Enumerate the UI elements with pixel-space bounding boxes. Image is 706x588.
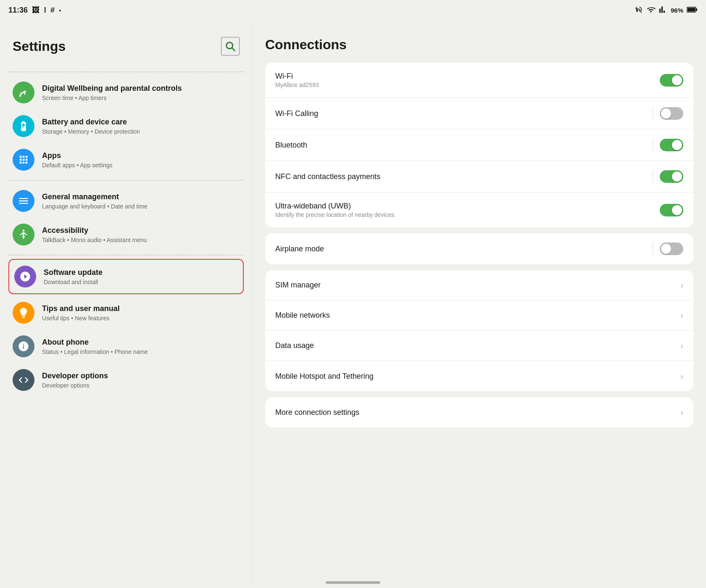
sidebar-item-battery[interactable]: Battery and device care Storage • Memory… [0,109,252,143]
apps-icon-circle [13,149,34,171]
mobile-hotspot-title: Mobile Hotspot and Tethering [275,372,680,381]
connections-title: Connections [265,29,693,63]
nfc-item[interactable]: NFC and contactless payments [265,161,693,192]
general-management-title: General management [42,192,240,202]
general-management-subtitle: Language and keyboard • Date and time [42,203,240,210]
airplane-toggle[interactable] [660,243,683,255]
tips-subtitle: Useful tips • New features [42,315,240,322]
wifi-calling-toggle[interactable] [660,107,683,120]
sidebar-item-digital-wellbeing[interactable]: Digital Wellbeing and parental controls … [0,76,252,109]
wifi-calling-item[interactable]: Wi-Fi Calling [265,98,693,129]
accessibility-title: Accessibility [42,226,240,235]
general-management-icon [13,190,34,212]
accessibility-text: Accessibility TalkBack • Mono audio • As… [42,226,240,243]
status-bar: 11:36 🖼 ⁞ # ● 96% [0,0,706,20]
developer-text: Developer options Developer options [42,371,240,388]
data-usage-title: Data usage [275,341,680,350]
wifi-calling-toggle-area [653,107,683,120]
software-update-icon [14,266,36,287]
connection-group-2: Airplane mode [265,233,693,264]
data-usage-text: Data usage [275,341,680,350]
sidebar-item-accessibility[interactable]: Accessibility TalkBack • Mono audio • As… [0,218,252,251]
wifi-calling-toggle-knob [661,108,671,119]
bluetooth-text: Bluetooth [275,141,653,150]
left-panel: Settings Digital Wellbeing and parental … [0,20,252,588]
bluetooth-toggle[interactable] [660,139,683,151]
mobile-networks-text: Mobile networks [275,311,680,320]
about-phone-icon [13,335,34,357]
connection-group-4: More connection settings › [265,397,693,427]
more-connection-title: More connection settings [275,408,680,417]
photo-icon: 🖼 [32,6,40,15]
connection-group-1: Wi-Fi MyAltice ad2593 Wi-Fi Calling [265,63,693,227]
bluetooth-divider [653,139,653,151]
wifi-item[interactable]: Wi-Fi MyAltice ad2593 [265,63,693,98]
uwb-toggle-area [660,204,683,216]
sidebar-item-about-phone[interactable]: About phone Status • Legal information •… [0,330,252,363]
bluetooth-item[interactable]: Bluetooth [265,129,693,161]
dot-icon: ● [59,8,61,13]
wifi-title: Wi-Fi [275,72,660,81]
time-display: 11:36 [8,6,28,15]
developer-title: Developer options [42,371,240,381]
search-button[interactable] [221,37,240,55]
uwb-item[interactable]: Ultra-wideband (UWB) Identify the precis… [265,192,693,227]
sim-manager-item[interactable]: SIM manager › [265,270,693,301]
airplane-item[interactable]: Airplane mode [265,233,693,264]
digital-wellbeing-icon [13,82,34,103]
nfc-toggle-area [653,170,683,183]
uwb-toggle-knob [672,205,682,215]
bluetooth-title: Bluetooth [275,141,653,150]
about-phone-subtitle: Status • Legal information • Phone name [42,348,240,355]
status-bar-right: 96% [635,5,698,15]
right-panel: Connections Wi-Fi MyAltice ad2593 Wi-Fi … [253,20,706,588]
mobile-networks-chevron: › [680,311,683,320]
wifi-calling-title: Wi-Fi Calling [275,109,653,118]
mobile-networks-item[interactable]: Mobile networks › [265,301,693,331]
nfc-toggle-knob [672,171,682,182]
sidebar-item-developer[interactable]: Developer options Developer options [0,363,252,397]
about-phone-text: About phone Status • Legal information •… [42,338,240,355]
wifi-toggle-area [660,74,683,87]
separator-1 [8,71,244,72]
more-connection-item[interactable]: More connection settings › [265,397,693,427]
accessibility-subtitle: TalkBack • Mono audio • Assistant menu [42,237,240,243]
nfc-divider [653,170,653,183]
sidebar-item-general-management[interactable]: General management Language and keyboard… [0,184,252,218]
sidebar-item-software-update[interactable]: Software update Download and install [8,259,244,294]
nfc-toggle[interactable] [660,170,683,183]
svg-point-5 [23,229,25,232]
scroll-indicator [326,581,380,584]
bluetooth-toggle-area [653,139,683,151]
airplane-text: Airplane mode [275,245,653,253]
sidebar-item-tips[interactable]: Tips and user manual Useful tips • New f… [0,296,252,330]
connection-group-3: SIM manager › Mobile networks › Data usa… [265,270,693,391]
apps-title: Apps [42,151,240,161]
mobile-hotspot-item[interactable]: Mobile Hotspot and Tethering › [265,361,693,391]
mobile-networks-title: Mobile networks [275,311,680,320]
wifi-toggle-knob [672,75,682,85]
wifi-calling-divider [653,107,653,120]
uwb-toggle[interactable] [660,204,683,216]
more-connection-text: More connection settings [275,408,680,417]
svg-rect-2 [688,8,695,11]
mobile-hotspot-text: Mobile Hotspot and Tethering [275,372,680,381]
main-container: Settings Digital Wellbeing and parental … [0,20,706,588]
battery-icon-circle [13,115,34,137]
nfc-text: NFC and contactless payments [275,172,653,181]
nfc-title: NFC and contactless payments [275,172,653,181]
apps-subtitle: Default apps • App settings [42,162,240,169]
data-usage-chevron: › [680,341,683,351]
svg-rect-1 [696,8,697,11]
airplane-divider [653,243,653,255]
digital-wellbeing-text: Digital Wellbeing and parental controls … [42,84,240,101]
sidebar-item-apps[interactable]: Apps Default apps • App settings [0,143,252,177]
developer-subtitle: Developer options [42,382,240,389]
separator-2 [8,180,244,181]
apps-text: Apps Default apps • App settings [42,151,240,168]
sim-manager-chevron: › [680,280,683,290]
wifi-toggle[interactable] [660,74,683,87]
data-usage-item[interactable]: Data usage › [265,331,693,361]
signal-icon [659,5,667,15]
accessibility-icon [13,224,34,245]
